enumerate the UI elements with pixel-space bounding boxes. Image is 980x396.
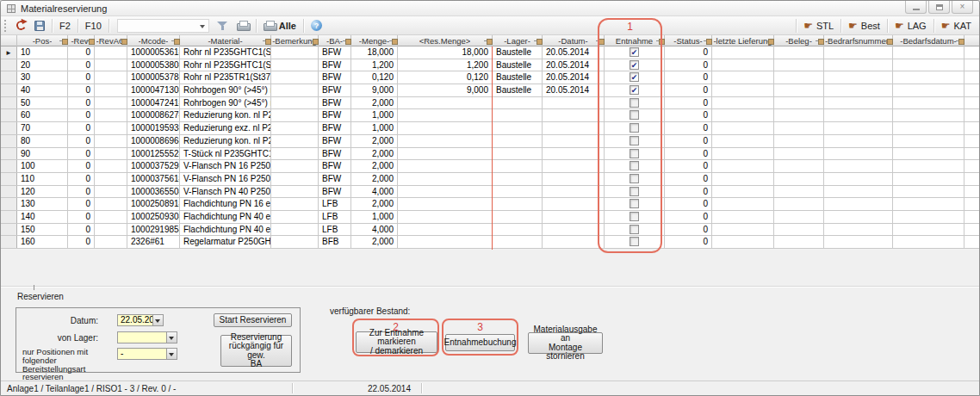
close-button[interactable]: × [952,1,973,14]
column-header-ba[interactable]: -BA- [319,35,351,46]
pin-icon[interactable] [263,38,270,44]
splitter-handle[interactable] [34,285,34,290]
pin-icon[interactable] [816,38,822,44]
pin-icon[interactable] [956,38,963,44]
column-header-bemerkung[interactable]: -Bemerkung [271,35,319,46]
print-all-button[interactable]: Alle [259,18,301,34]
table-row[interactable]: 5001000047241#61Rohrbogen 90° (>45°) nl … [1,97,979,110]
pin-icon[interactable] [656,38,663,44]
table-row[interactable]: 3001000005378#61Rohr nl P235TR1(St37.0) … [1,71,979,84]
entnahme-checkbox[interactable] [630,199,639,208]
entnahme-checkbox[interactable] [630,110,639,120]
chevron-down-icon[interactable] [166,332,177,343]
table-row[interactable]: 8001000008696#61Reduzierung kon. nl P235… [1,135,979,148]
table-row[interactable]: 4001000047130#61Rohrbogen 90° (>45°) nl … [1,84,979,97]
cell-entnahme[interactable]: ✔ [605,71,665,84]
table-row[interactable]: 7001000019593#61Reduzierung exz. nl P235… [1,122,979,135]
entnahme-checkbox[interactable]: ✔ [630,60,639,70]
refresh-button[interactable] [12,18,30,34]
materialausgabe-stornieren-button[interactable]: Materialausgabe an Montage stornieren [528,332,603,354]
column-header-datum[interactable]: -Datum- [543,35,605,46]
column-header-lieferung[interactable]: -letzte Lieferung [712,35,774,46]
table-row[interactable]: 13001000250891#61Flachdichtung PN 16 exp… [1,198,979,211]
entnahme-checkbox[interactable] [630,225,639,234]
table-row[interactable]: 15001000291985#61Flachdichtung PN 40 exp… [1,224,979,237]
cell-entnahme[interactable] [605,198,665,210]
datum-combobox[interactable]: 22.05.2014 [117,314,164,326]
pin-icon[interactable] [86,38,93,44]
column-header-rev[interactable]: -Rev- [68,35,95,46]
pin-icon[interactable] [534,38,541,44]
toolbar-grip[interactable] [4,20,8,32]
table-row[interactable]: 6001000008627#61Reduzierung kon. nl P235… [1,109,979,122]
pin-icon[interactable] [119,38,126,44]
zur-entnahme-markieren-button[interactable]: Zur Entnahme markieren / demarkieren [356,331,437,353]
filter-button[interactable] [213,18,233,34]
column-header-status[interactable]: -Status- [665,35,712,46]
column-header-menge[interactable]: -Menge- [351,35,398,46]
save-button[interactable] [30,18,49,34]
start-reservieren-button[interactable]: Start Reservieren [214,313,292,327]
table-row[interactable]: 16002326#61Regelarmatur P250GH (C22.BFB2… [1,236,979,249]
column-header-resmenge[interactable]: <Res.Menge> [398,35,493,46]
best-button[interactable]: ☛ Best [844,18,884,34]
table-row[interactable]: 11001000037561#61V-Flansch PN 16 P250GH … [1,173,979,186]
cell-entnahme[interactable] [605,109,665,121]
pin-icon[interactable] [310,38,317,44]
toolbar-combobox[interactable] [117,19,209,33]
entnahme-checkbox[interactable] [630,237,639,246]
cell-entnahme[interactable] [605,135,665,147]
pin-icon[interactable] [766,38,772,44]
help-button[interactable]: ? [307,18,326,34]
pin-icon[interactable] [171,38,178,44]
entnahme-checkbox[interactable]: ✔ [630,72,639,82]
cell-entnahme[interactable]: ✔ [605,46,665,59]
f10-button[interactable]: F10 [81,18,106,34]
von-lager-combobox[interactable] [117,331,177,343]
table-row[interactable]: ►1001000005361#61Rohr nl P235GHTC1(St35.… [1,46,979,59]
cell-entnahme[interactable] [605,236,665,248]
pin-icon[interactable] [596,38,603,44]
minimize-button[interactable] [905,1,927,14]
entnahme-checkbox[interactable] [630,161,639,170]
entnahme-checkbox[interactable] [630,149,639,158]
table-row[interactable]: 14001000250930#61Flachdichtung PN 40 exp… [1,211,979,224]
table-row[interactable]: 10001000037529#61V-Flansch PN 16 P250GH … [1,160,979,173]
chevron-down-icon[interactable] [166,349,177,359]
cell-entnahme[interactable] [605,122,665,134]
reservierung-rueckgaengig-button[interactable]: Reservierung rückgängig für gew. BA [220,335,292,367]
cell-entnahme[interactable]: ✔ [605,84,665,96]
cell-entnahme[interactable]: ✔ [605,59,665,71]
cell-entnahme[interactable] [605,97,665,109]
kat-button[interactable]: ☛ KAT [937,18,976,34]
maximize-button[interactable] [928,1,950,14]
cell-entnahme[interactable] [605,224,665,236]
entnahme-checkbox[interactable]: ✔ [630,85,639,95]
pin-icon[interactable] [389,38,396,44]
bereitstellungsart-combobox[interactable]: - [117,348,177,360]
entnahme-checkbox[interactable] [630,136,639,145]
entnahme-checkbox[interactable] [630,98,639,108]
lag-button[interactable]: ☛ LAG [890,18,931,34]
pin-icon[interactable] [343,38,350,44]
entnahme-checkbox[interactable] [630,187,639,196]
pin-icon[interactable] [704,38,710,44]
table-row[interactable]: 12001000036550#61V-Flansch PN 40 P250GH … [1,186,979,199]
column-header-lager[interactable]: -Lager- [493,35,543,46]
entnahme-checkbox[interactable]: ✔ [630,47,639,57]
chevron-down-icon[interactable] [152,315,163,325]
cell-entnahme[interactable] [605,173,665,185]
entnahme-checkbox[interactable] [630,174,639,183]
cell-entnahme[interactable] [605,148,665,160]
cell-entnahme[interactable] [605,211,665,223]
stl-button[interactable]: ☛ STL [799,18,838,34]
entnahme-checkbox[interactable] [630,123,639,133]
column-header-mcode[interactable]: -Mcode- [127,35,180,46]
column-header-material[interactable]: -Material- [180,35,271,46]
cell-entnahme[interactable] [605,186,665,198]
pin-icon[interactable] [884,38,891,44]
column-header-pos[interactable]: -Pos- [17,35,68,46]
table-row[interactable]: 9001000125552#61T-Stück nl P235GHTC1(St3… [1,148,979,161]
print-button[interactable] [233,18,253,34]
pin-icon[interactable] [484,38,491,44]
